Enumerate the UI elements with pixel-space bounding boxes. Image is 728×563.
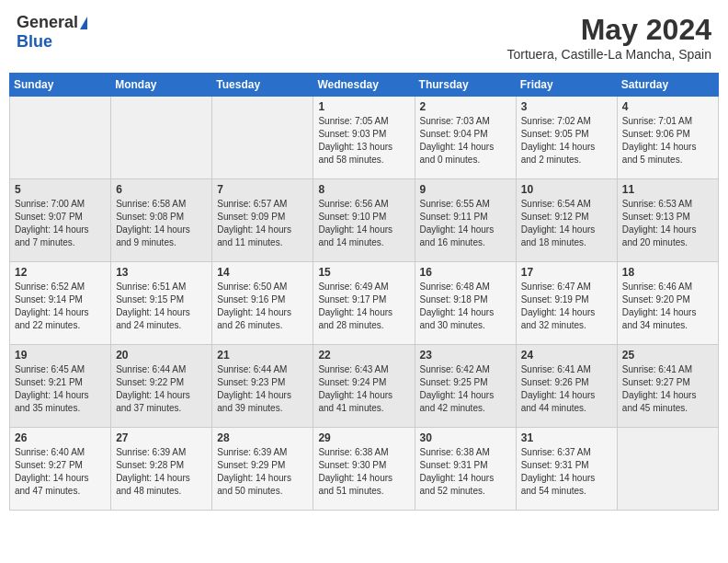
calendar-cell: 18Sunrise: 6:46 AM Sunset: 9:20 PM Dayli… [617,262,718,345]
day-number: 17 [521,266,612,279]
day-info: Sunrise: 6:38 AM Sunset: 9:30 PM Dayligh… [318,446,409,498]
day-number: 7 [217,183,308,196]
day-number: 12 [15,266,106,279]
day-number: 15 [318,266,409,279]
calendar-cell: 2Sunrise: 7:03 AM Sunset: 9:04 PM Daylig… [415,97,516,179]
day-number: 8 [318,183,409,196]
calendar-cell: 22Sunrise: 6:43 AM Sunset: 9:24 PM Dayli… [313,345,415,428]
day-number: 31 [521,431,612,444]
day-number: 30 [420,431,511,444]
weekday-header-saturday: Saturday [617,74,718,97]
page-header: General Blue May 2024 Tortuera, Castille… [9,9,719,65]
calendar-cell: 20Sunrise: 6:44 AM Sunset: 9:22 PM Dayli… [111,345,212,428]
calendar-cell: 23Sunrise: 6:42 AM Sunset: 9:25 PM Dayli… [415,345,516,428]
day-info: Sunrise: 6:42 AM Sunset: 9:25 PM Dayligh… [420,363,511,415]
day-number: 25 [622,349,713,362]
calendar-cell: 9Sunrise: 6:55 AM Sunset: 9:11 PM Daylig… [415,179,516,262]
day-info: Sunrise: 6:37 AM Sunset: 9:31 PM Dayligh… [521,446,612,498]
day-info: Sunrise: 7:02 AM Sunset: 9:05 PM Dayligh… [521,115,612,167]
day-number: 19 [15,349,106,362]
weekday-header-wednesday: Wednesday [313,74,415,97]
calendar-cell: 14Sunrise: 6:50 AM Sunset: 9:16 PM Dayli… [212,262,313,345]
logo-triangle-icon [80,17,87,29]
day-info: Sunrise: 6:55 AM Sunset: 9:11 PM Dayligh… [420,198,511,249]
day-number: 3 [521,100,612,113]
day-info: Sunrise: 6:58 AM Sunset: 9:08 PM Dayligh… [116,198,207,249]
calendar-cell: 10Sunrise: 6:54 AM Sunset: 9:12 PM Dayli… [516,179,617,262]
calendar-cell: 1Sunrise: 7:05 AM Sunset: 9:03 PM Daylig… [313,97,415,179]
day-info: Sunrise: 6:51 AM Sunset: 9:15 PM Dayligh… [116,281,207,332]
calendar-week-row: 19Sunrise: 6:45 AM Sunset: 9:21 PM Dayli… [10,345,719,428]
day-number: 16 [420,266,511,279]
calendar-cell: 28Sunrise: 6:39 AM Sunset: 9:29 PM Dayli… [212,428,313,511]
day-info: Sunrise: 7:03 AM Sunset: 9:04 PM Dayligh… [420,115,511,167]
calendar-week-row: 26Sunrise: 6:40 AM Sunset: 9:27 PM Dayli… [10,428,719,511]
day-number: 28 [217,431,308,444]
calendar-cell [111,97,212,179]
calendar-cell: 13Sunrise: 6:51 AM Sunset: 9:15 PM Dayli… [111,262,212,345]
day-number: 14 [217,266,308,279]
calendar-cell: 12Sunrise: 6:52 AM Sunset: 9:14 PM Dayli… [10,262,111,345]
day-info: Sunrise: 6:56 AM Sunset: 9:10 PM Dayligh… [318,198,409,249]
day-info: Sunrise: 6:45 AM Sunset: 9:21 PM Dayligh… [15,363,106,415]
calendar-cell: 15Sunrise: 6:49 AM Sunset: 9:17 PM Dayli… [313,262,415,345]
day-number: 24 [521,349,612,362]
calendar-cell: 19Sunrise: 6:45 AM Sunset: 9:21 PM Dayli… [10,345,111,428]
calendar-cell: 5Sunrise: 7:00 AM Sunset: 9:07 PM Daylig… [10,179,111,262]
day-number: 29 [318,431,409,444]
calendar-cell: 17Sunrise: 6:47 AM Sunset: 9:19 PM Dayli… [516,262,617,345]
day-number: 22 [318,349,409,362]
calendar-cell: 31Sunrise: 6:37 AM Sunset: 9:31 PM Dayli… [516,428,617,511]
day-info: Sunrise: 7:00 AM Sunset: 9:07 PM Dayligh… [15,198,106,249]
day-number: 21 [217,349,308,362]
calendar-week-row: 5Sunrise: 7:00 AM Sunset: 9:07 PM Daylig… [10,179,719,262]
day-info: Sunrise: 6:43 AM Sunset: 9:24 PM Dayligh… [318,363,409,415]
day-info: Sunrise: 6:53 AM Sunset: 9:13 PM Dayligh… [622,198,713,249]
day-info: Sunrise: 6:46 AM Sunset: 9:20 PM Dayligh… [622,281,713,332]
day-number: 13 [116,266,207,279]
day-number: 5 [15,183,106,196]
day-info: Sunrise: 6:44 AM Sunset: 9:23 PM Dayligh… [217,363,308,415]
weekday-header-friday: Friday [516,74,617,97]
logo-text-blue: Blue [17,32,52,52]
weekday-header-thursday: Thursday [415,74,516,97]
day-info: Sunrise: 7:05 AM Sunset: 9:03 PM Dayligh… [318,115,409,167]
day-info: Sunrise: 6:41 AM Sunset: 9:26 PM Dayligh… [521,363,612,415]
calendar-cell: 30Sunrise: 6:38 AM Sunset: 9:31 PM Dayli… [415,428,516,511]
calendar-cell [10,97,111,179]
weekday-header-sunday: Sunday [10,74,111,97]
day-number: 27 [116,431,207,444]
calendar-subtitle: Tortuera, Castille-La Mancha, Spain [506,47,711,62]
calendar-cell: 21Sunrise: 6:44 AM Sunset: 9:23 PM Dayli… [212,345,313,428]
day-info: Sunrise: 6:39 AM Sunset: 9:29 PM Dayligh… [217,446,308,498]
calendar-cell: 8Sunrise: 6:56 AM Sunset: 9:10 PM Daylig… [313,179,415,262]
calendar-cell: 25Sunrise: 6:41 AM Sunset: 9:27 PM Dayli… [617,345,718,428]
day-info: Sunrise: 6:41 AM Sunset: 9:27 PM Dayligh… [622,363,713,415]
weekday-header-tuesday: Tuesday [212,74,313,97]
day-info: Sunrise: 6:50 AM Sunset: 9:16 PM Dayligh… [217,281,308,332]
day-number: 6 [116,183,207,196]
calendar-cell [212,97,313,179]
calendar-cell: 16Sunrise: 6:48 AM Sunset: 9:18 PM Dayli… [415,262,516,345]
day-info: Sunrise: 6:38 AM Sunset: 9:31 PM Dayligh… [420,446,511,498]
logo: General Blue [17,13,87,52]
calendar-cell [617,428,718,511]
calendar-cell: 26Sunrise: 6:40 AM Sunset: 9:27 PM Dayli… [10,428,111,511]
day-number: 9 [420,183,511,196]
day-number: 18 [622,266,713,279]
weekday-header-monday: Monday [111,74,212,97]
day-info: Sunrise: 7:01 AM Sunset: 9:06 PM Dayligh… [622,115,713,167]
calendar-week-row: 12Sunrise: 6:52 AM Sunset: 9:14 PM Dayli… [10,262,719,345]
calendar-cell: 6Sunrise: 6:58 AM Sunset: 9:08 PM Daylig… [111,179,212,262]
day-info: Sunrise: 6:57 AM Sunset: 9:09 PM Dayligh… [217,198,308,249]
day-number: 1 [318,100,409,113]
title-block: May 2024 Tortuera, Castille-La Mancha, S… [506,13,711,62]
logo-text-general: General [17,13,78,32]
calendar-cell: 7Sunrise: 6:57 AM Sunset: 9:09 PM Daylig… [212,179,313,262]
calendar-header: SundayMondayTuesdayWednesdayThursdayFrid… [10,74,719,97]
day-info: Sunrise: 6:49 AM Sunset: 9:17 PM Dayligh… [318,281,409,332]
day-number: 26 [15,431,106,444]
calendar-title: May 2024 [506,13,711,47]
day-number: 4 [622,100,713,113]
day-info: Sunrise: 6:39 AM Sunset: 9:28 PM Dayligh… [116,446,207,498]
